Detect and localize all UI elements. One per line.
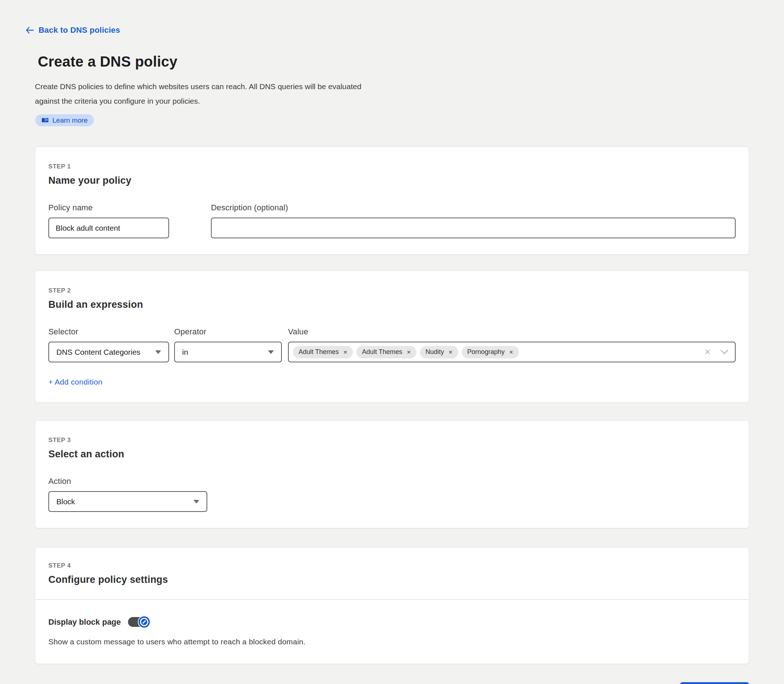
policy-name-label: Policy name <box>48 203 169 213</box>
book-icon <box>42 118 49 123</box>
back-to-dns-policies-link[interactable]: Back to DNS policies <box>26 26 120 35</box>
action-label: Action <box>48 477 207 486</box>
chevron-down-icon <box>268 350 274 354</box>
remove-tag-icon[interactable]: ✕ <box>509 349 514 355</box>
step4-title: Configure policy settings <box>48 574 736 586</box>
remove-tag-icon[interactable]: ✕ <box>448 349 453 355</box>
learn-more-label: Learn more <box>52 116 88 124</box>
step3-title: Select an action <box>48 448 736 460</box>
value-tag: Adult Themes✕ <box>356 346 416 358</box>
step4-card: STEP 4 Configure policy settings Display… <box>35 547 749 664</box>
toggle-knob-icon <box>138 616 151 628</box>
operator-dropdown[interactable]: in <box>174 342 282 362</box>
value-label: Value <box>288 327 736 337</box>
policy-name-input[interactable] <box>48 218 169 238</box>
step3-label: STEP 3 <box>48 437 736 444</box>
value-tag-label: Nudity <box>425 348 444 356</box>
remove-tag-icon[interactable]: ✕ <box>407 349 411 355</box>
step2-title: Build an expression <box>48 299 736 310</box>
step3-card: STEP 3 Select an action Action Block <box>35 420 749 528</box>
operator-label: Operator <box>174 327 282 337</box>
create-dns-policy-page: Back to DNS policies Create a DNS policy… <box>0 0 784 684</box>
chevron-down-icon <box>193 500 199 503</box>
value-tag-label: Adult Themes <box>362 348 402 356</box>
step1-card: STEP 1 Name your policy Policy name Desc… <box>35 147 749 255</box>
selector-value: DNS Content Categories <box>56 348 140 357</box>
page-title: Create a DNS policy <box>38 53 749 70</box>
value-tag: Adult Themes✕ <box>293 346 353 358</box>
display-block-page-label: Display block page <box>48 618 121 627</box>
back-link-label: Back to DNS policies <box>39 26 120 35</box>
action-dropdown[interactable]: Block <box>48 491 207 512</box>
step2-card: STEP 2 Build an expression Selector DNS … <box>35 271 749 403</box>
step2-label: STEP 2 <box>48 287 736 294</box>
selector-dropdown[interactable]: DNS Content Categories <box>48 342 169 362</box>
display-block-page-description: Show a custom message to users who attem… <box>48 637 736 646</box>
description-label: Description (optional) <box>211 203 736 213</box>
chevron-down-icon <box>155 350 161 354</box>
step1-title: Name your policy <box>48 175 736 186</box>
create-policy-button[interactable]: Create policy <box>680 682 749 684</box>
step1-label: STEP 1 <box>48 163 736 170</box>
learn-more-button[interactable]: Learn more <box>35 114 94 126</box>
value-tag: Nudity✕ <box>420 346 458 358</box>
chevron-down-icon[interactable] <box>720 350 728 355</box>
description-input[interactable] <box>211 218 736 238</box>
clear-values-icon[interactable]: ✕ <box>704 348 711 356</box>
display-block-page-toggle[interactable] <box>128 617 149 627</box>
value-multiselect[interactable]: Adult Themes✕Adult Themes✕Nudity✕Pornogr… <box>288 342 736 362</box>
operator-value: in <box>182 348 188 357</box>
value-tag: Pornography✕ <box>462 346 519 358</box>
add-condition-link[interactable]: + Add condition <box>48 377 103 386</box>
page-description: Create DNS policies to define which webs… <box>35 79 366 108</box>
action-value: Block <box>56 497 75 506</box>
selector-label: Selector <box>48 327 169 337</box>
value-tags: Adult Themes✕Adult Themes✕Nudity✕Pornogr… <box>293 346 704 358</box>
arrow-left-icon <box>26 27 34 34</box>
value-tag-label: Adult Themes <box>299 348 339 356</box>
value-tag-label: Pornography <box>467 348 505 356</box>
step4-label: STEP 4 <box>48 562 736 569</box>
remove-tag-icon[interactable]: ✕ <box>343 349 348 355</box>
